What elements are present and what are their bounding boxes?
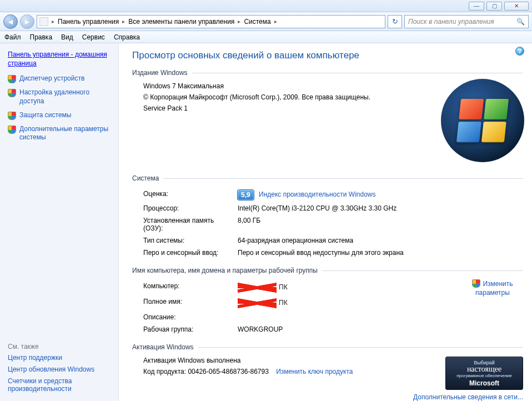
windows-logo xyxy=(441,79,524,162)
product-key-label: Код продукта: xyxy=(143,368,188,375)
section-system: Система Оценка: 5,9 Индекс производитель… xyxy=(132,174,523,261)
menu-bar: Файл Правка Вид Сервис Справка xyxy=(0,31,532,43)
section-legend: Имя компьютера, имя домена и параметры р… xyxy=(132,267,322,274)
maximize-button[interactable]: ▢ xyxy=(486,2,502,11)
pen-value: Перо и сенсорный ввод недоступны для это… xyxy=(238,247,411,259)
menu-view[interactable]: Вид xyxy=(61,33,73,41)
ram-label: Установленная память (ОЗУ): xyxy=(143,214,238,234)
search-icon: 🔍 xyxy=(516,18,525,26)
computer-label: Компьютер: xyxy=(143,280,238,295)
chevron-right-icon: ▸ xyxy=(274,18,277,24)
change-settings-link[interactable]: Изменить параметры xyxy=(462,279,523,297)
section-windows-edition: Издание Windows Windows 7 Максимальная ©… xyxy=(132,69,523,169)
section-legend: Активация Windows xyxy=(132,343,198,351)
system-icon xyxy=(39,17,48,26)
chevron-right-icon: ▸ xyxy=(238,18,240,24)
description-label: Описание: xyxy=(143,311,238,323)
sidebar-see-also-label: См. также xyxy=(8,343,113,350)
menu-file[interactable]: Файл xyxy=(4,33,21,41)
forward-button[interactable]: ► xyxy=(20,14,34,29)
breadcrumb[interactable]: Все элементы панели управления xyxy=(128,18,234,26)
menu-tools[interactable]: Сервис xyxy=(82,33,105,41)
system-type-value: 64-разрядная операционная система xyxy=(238,234,411,247)
section-legend: Издание Windows xyxy=(132,69,192,77)
more-info-online-link[interactable]: Дополнительные сведения в сети... xyxy=(413,393,523,401)
shield-icon xyxy=(8,89,16,97)
sidebar-item-remote[interactable]: Настройка удаленного доступа xyxy=(19,88,113,106)
window-titlebar: — ▢ ✕ xyxy=(0,0,532,12)
menu-edit[interactable]: Правка xyxy=(30,33,53,41)
sidebar-home[interactable]: Панель управления - домашняя страница xyxy=(8,51,107,67)
minimize-button[interactable]: — xyxy=(469,2,484,11)
cpu-value: Intel(R) Core(TM) i3-2120 CPU @ 3.30GHz … xyxy=(238,202,411,214)
shield-icon xyxy=(472,279,480,288)
chevron-right-icon: ▸ xyxy=(122,18,125,24)
pen-label: Перо и сенсорный ввод: xyxy=(143,247,238,259)
section-legend: Система xyxy=(132,174,163,182)
change-key-link[interactable]: Изменить ключ продукта xyxy=(276,368,353,375)
genuine-badge[interactable]: Выбирай настоящее программное обеспечени… xyxy=(445,357,523,390)
fullname-value: ПК xyxy=(238,295,295,311)
sidebar-perf-tools[interactable]: Счетчики и средства производительности xyxy=(8,377,113,393)
wei-score: 5,9 xyxy=(238,190,254,200)
search-placeholder: Поиск в панели управления xyxy=(408,18,494,26)
system-type-label: Тип системы: xyxy=(143,234,238,247)
shield-icon xyxy=(8,126,16,134)
page-title: Просмотр основных сведений о вашем компь… xyxy=(132,50,523,61)
section-activation: Активация Windows Выбирай настоящее прог… xyxy=(132,343,523,401)
description-value xyxy=(238,311,295,323)
workgroup-value: WORKGROUP xyxy=(238,323,295,335)
navigation-bar: ◄ ► ▸ Панель управления ▸ Все элементы п… xyxy=(0,12,532,31)
section-computer-name: Имя компьютера, имя домена и параметры р… xyxy=(132,267,523,338)
breadcrumb[interactable]: Панель управления xyxy=(58,18,119,26)
workgroup-label: Рабочая группа: xyxy=(143,323,238,335)
sidebar-item-device-manager[interactable]: Диспетчер устройств xyxy=(19,74,84,83)
sidebar-item-advanced[interactable]: Дополнительные параметры системы xyxy=(19,125,113,142)
address-bar[interactable]: ▸ Панель управления ▸ Все элементы панел… xyxy=(37,15,385,28)
chevron-right-icon: ▸ xyxy=(52,18,54,24)
redacted-scribble xyxy=(238,298,277,309)
back-button[interactable]: ◄ xyxy=(3,14,18,29)
help-icon[interactable]: ? xyxy=(515,47,524,56)
fullname-label: Полное имя: xyxy=(143,295,238,311)
product-key-value: 00426-065-4868736-86793 xyxy=(188,368,268,375)
ram-value: 8,00 ГБ xyxy=(238,214,411,234)
computer-value: ПК xyxy=(238,280,295,295)
sidebar-action-center[interactable]: Центр поддержки xyxy=(8,354,113,362)
shield-icon xyxy=(8,75,16,83)
shield-icon xyxy=(8,112,16,120)
menu-help[interactable]: Справка xyxy=(114,33,140,41)
close-button[interactable]: ✕ xyxy=(504,2,529,11)
content-pane: ? Просмотр основных сведений о вашем ком… xyxy=(119,43,532,401)
sidebar-windows-update[interactable]: Центр обновления Windows xyxy=(8,365,113,373)
breadcrumb[interactable]: Система xyxy=(244,18,270,26)
refresh-button[interactable]: ↻ xyxy=(388,15,402,28)
sidebar: Панель управления - домашняя страница Ди… xyxy=(0,43,119,401)
search-input[interactable]: Поиск в панели управления 🔍 xyxy=(404,15,529,28)
sidebar-item-protection[interactable]: Защита системы xyxy=(19,111,71,120)
redacted-scribble xyxy=(238,282,277,293)
cpu-label: Процессор: xyxy=(143,202,238,214)
wei-link[interactable]: Индекс производительности Windows xyxy=(259,191,375,198)
rating-label: Оценка: xyxy=(143,188,238,202)
